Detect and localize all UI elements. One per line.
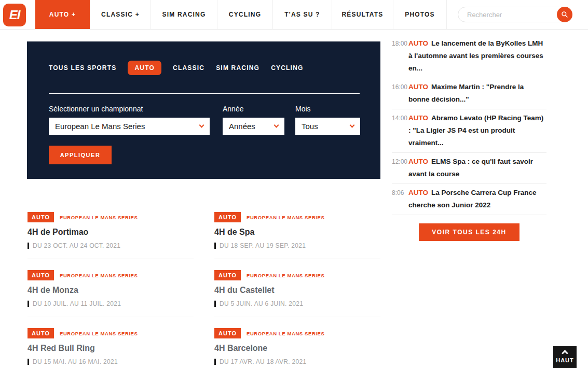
- event-date-text: DU 17 AVR. AU 18 AVR. 2021: [220, 358, 306, 365]
- news-more-wrap: VOIR TOUS LES 24H: [392, 215, 546, 241]
- nav-item-classic[interactable]: CLASSIC +: [90, 0, 151, 29]
- event-card[interactable]: AUTO EUROPEAN LE MANS SERIES 4H de Porti…: [28, 208, 194, 266]
- category-badge: AUTO: [28, 212, 54, 222]
- championship-label: Sélectionner un championnat: [49, 105, 210, 113]
- search-icon: [561, 11, 568, 18]
- panel-divider: [49, 93, 360, 94]
- filter-form: Sélectionner un championnat European Le …: [49, 105, 360, 135]
- chevron-down-icon: [274, 123, 279, 128]
- back-to-top-label: HAUT: [556, 357, 574, 363]
- event-card[interactable]: AUTO EUROPEAN LE MANS SERIES 4H de Spa D…: [214, 208, 380, 266]
- search-box: [458, 7, 572, 22]
- month-value: Tous: [302, 122, 318, 131]
- year-select[interactable]: Années: [223, 118, 284, 135]
- event-card[interactable]: AUTO EUROPEAN LE MANS SERIES 4H Barcelon…: [214, 324, 380, 368]
- month-select[interactable]: Tous: [295, 118, 360, 135]
- tab-auto[interactable]: AUTO: [128, 61, 161, 75]
- site-logo[interactable]: EI: [3, 4, 26, 26]
- year-field: Année Années: [223, 105, 284, 135]
- event-card[interactable]: AUTO EUROPEAN LE MANS SERIES 4H de Monza…: [28, 266, 194, 324]
- event-title[interactable]: 4H de Portimao: [28, 228, 194, 237]
- nav-item-auto[interactable]: AUTO +: [35, 0, 90, 29]
- date-marker: [28, 243, 29, 249]
- event-title[interactable]: 4H Barcelone: [214, 344, 380, 353]
- news-item[interactable]: 18:00 AUTOLe lancement de la ByKolles LM…: [392, 35, 546, 78]
- search-button[interactable]: [557, 7, 572, 22]
- championship-field: Sélectionner un championnat European Le …: [49, 105, 210, 135]
- news-item[interactable]: 8:06 AUTOLa Porsche Carrera Cup France c…: [392, 184, 546, 215]
- series-label[interactable]: EUROPEAN LE MANS SERIES: [247, 331, 325, 336]
- event-date: DU 10 JUIL. AU 11 JUIL. 2021: [28, 300, 194, 307]
- date-marker: [214, 359, 216, 365]
- event-date: DU 18 SEP. AU 19 SEP. 2021: [214, 242, 380, 249]
- event-date: DU 17 AVR. AU 18 AVR. 2021: [214, 358, 380, 365]
- search-input[interactable]: [458, 11, 572, 19]
- news-item[interactable]: 14:00 AUTOAbramo Levato (HP Racing Team)…: [392, 109, 546, 153]
- news-title: AUTOLe lancement de la ByKolles LMH à l'…: [408, 37, 546, 75]
- top-nav-bar: EI AUTO + CLASSIC + SIM RACING CYCLING T…: [0, 0, 588, 30]
- news-title-text: Abramo Levato (HP Racing Team) : "La Lig…: [408, 114, 543, 147]
- news-feed: 18:00 AUTOLe lancement de la ByKolles LM…: [392, 30, 546, 241]
- see-all-news-button[interactable]: VOIR TOUS LES 24H: [419, 223, 519, 241]
- event-title[interactable]: 4H de Spa: [214, 228, 380, 237]
- date-marker: [214, 301, 216, 307]
- card-divider: [28, 317, 194, 317]
- nav-item-tas-su[interactable]: T'AS SU ?: [272, 0, 332, 29]
- events-column-left: AUTO EUROPEAN LE MANS SERIES 4H de Porti…: [28, 208, 194, 368]
- event-title[interactable]: 4H de Monza: [28, 286, 194, 295]
- event-card[interactable]: AUTO EUROPEAN LE MANS SERIES 4H du Caste…: [214, 266, 380, 324]
- card-divider: [28, 259, 194, 259]
- news-title-text: Le lancement de la ByKolles LMH à l'auto…: [408, 39, 543, 72]
- month-field: Mois Tous: [295, 105, 360, 135]
- nav-item-photos[interactable]: PHOTOS: [393, 0, 447, 29]
- main-nav: AUTO + CLASSIC + SIM RACING CYCLING T'AS…: [35, 0, 447, 29]
- filter-panel: TOUS LES SPORTS AUTO CLASSIC SIM RACING …: [27, 41, 380, 179]
- championship-value: European Le Mans Series: [55, 122, 145, 131]
- event-date: DU 15 MAI. AU 16 MAI. 2021: [28, 358, 194, 365]
- news-title: AUTOMaxime Martin : "Prendre la bonne dé…: [408, 81, 546, 106]
- event-date-text: DU 5 JUIN. AU 6 JUIN. 2021: [220, 300, 303, 307]
- apply-button[interactable]: APPLIQUER: [49, 146, 112, 164]
- card-divider: [214, 259, 380, 259]
- tab-tous-les-sports[interactable]: TOUS LES SPORTS: [49, 64, 116, 72]
- series-label[interactable]: EUROPEAN LE MANS SERIES: [247, 273, 325, 278]
- date-marker: [214, 243, 216, 249]
- events-grid: AUTO EUROPEAN LE MANS SERIES 4H de Porti…: [28, 208, 380, 368]
- category-badge: AUTO: [214, 212, 241, 222]
- nav-item-resultats[interactable]: RÉSULTATS: [332, 0, 393, 29]
- series-label[interactable]: EUROPEAN LE MANS SERIES: [60, 215, 138, 220]
- news-time: 16:00: [392, 81, 408, 106]
- back-to-top-button[interactable]: HAUT: [553, 346, 577, 368]
- news-item[interactable]: 16:00 AUTOMaxime Martin : "Prendre la bo…: [392, 78, 546, 109]
- event-date: DU 5 JUIN. AU 6 JUIN. 2021: [214, 300, 380, 307]
- nav-item-sim-racing[interactable]: SIM RACING: [151, 0, 217, 29]
- series-label[interactable]: EUROPEAN LE MANS SERIES: [60, 273, 138, 278]
- event-title[interactable]: 4H du Castellet: [214, 286, 380, 295]
- series-label[interactable]: EUROPEAN LE MANS SERIES: [247, 215, 325, 220]
- tab-sim-racing[interactable]: SIM RACING: [216, 64, 259, 72]
- nav-item-cycling[interactable]: CYCLING: [217, 0, 272, 29]
- card-divider: [214, 317, 380, 317]
- event-title[interactable]: 4H Red Bull Ring: [28, 344, 194, 353]
- event-date: DU 23 OCT. AU 24 OCT. 2021: [28, 242, 194, 249]
- news-category-tag: AUTO: [408, 83, 428, 91]
- series-label[interactable]: EUROPEAN LE MANS SERIES: [60, 331, 138, 336]
- news-title: AUTOAbramo Levato (HP Racing Team) : "La…: [408, 112, 546, 149]
- news-time: 14:00: [392, 112, 408, 149]
- category-badge: AUTO: [28, 270, 54, 280]
- championship-select[interactable]: European Le Mans Series: [49, 118, 210, 135]
- event-date-text: DU 18 SEP. AU 19 SEP. 2021: [220, 242, 306, 249]
- sport-tabs: TOUS LES SPORTS AUTO CLASSIC SIM RACING …: [49, 61, 304, 75]
- year-label: Année: [223, 105, 284, 113]
- category-badge: AUTO: [28, 328, 54, 338]
- tab-cycling[interactable]: CYCLING: [271, 64, 303, 72]
- category-badge: AUTO: [214, 328, 241, 338]
- chevron-down-icon: [350, 123, 355, 128]
- news-item[interactable]: 12:00 AUTOELMS Spa : ce qu'il faut savoi…: [392, 153, 546, 184]
- chevron-up-icon: [562, 350, 568, 357]
- date-marker: [28, 301, 29, 307]
- news-category-tag: AUTO: [408, 114, 428, 122]
- event-card[interactable]: AUTO EUROPEAN LE MANS SERIES 4H Red Bull…: [28, 324, 194, 368]
- tab-classic[interactable]: CLASSIC: [173, 64, 204, 72]
- events-column-right: AUTO EUROPEAN LE MANS SERIES 4H de Spa D…: [214, 208, 380, 368]
